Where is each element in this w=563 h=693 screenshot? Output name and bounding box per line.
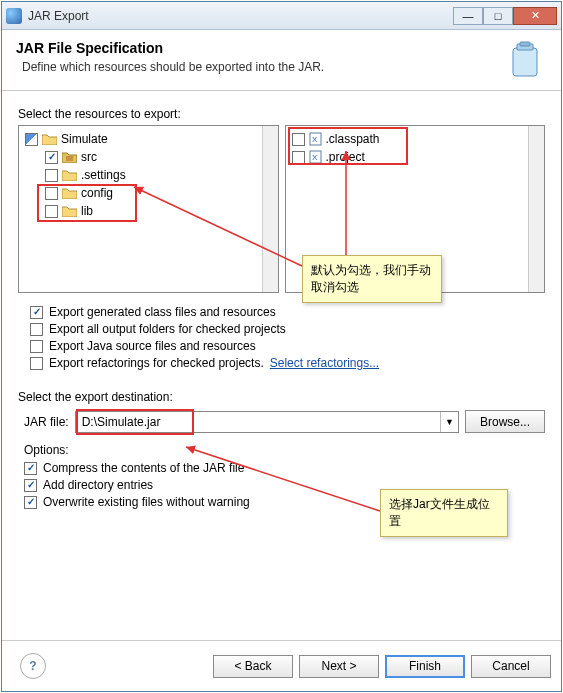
checkbox[interactable] <box>24 496 37 509</box>
opt-compress[interactable]: Compress the contents of the JAR file <box>24 461 545 475</box>
folder-icon <box>62 169 77 181</box>
dialog-footer: ? < Back Next > Finish Cancel <box>2 640 561 691</box>
checkbox[interactable] <box>45 205 58 218</box>
tree-item-settings[interactable]: .settings <box>23 166 274 184</box>
svg-rect-3 <box>66 156 73 161</box>
maximize-button[interactable]: □ <box>483 7 513 25</box>
opt-label: Overwrite existing files without warning <box>43 495 250 509</box>
tree-label: src <box>81 150 97 164</box>
dropdown-icon[interactable]: ▼ <box>440 412 458 432</box>
opt-label: Export generated class files and resourc… <box>49 305 276 319</box>
folder-icon <box>62 205 77 217</box>
checkbox[interactable] <box>24 479 37 492</box>
jar-file-combo[interactable]: D:\Simulate.jar ▼ <box>75 411 459 433</box>
finish-button[interactable]: Finish <box>385 655 465 678</box>
minimize-button[interactable]: — <box>453 7 483 25</box>
jar-file-value: D:\Simulate.jar <box>76 415 440 429</box>
file-icon: X <box>309 150 322 164</box>
header-subtitle: Define which resources should be exporte… <box>22 60 497 74</box>
scrollbar[interactable] <box>262 126 278 292</box>
folder-icon <box>62 187 77 199</box>
checkbox[interactable] <box>292 133 305 146</box>
refactorings-link[interactable]: Select refactorings... <box>270 356 379 370</box>
opt-label: Export all output folders for checked pr… <box>49 322 286 336</box>
file-label: .classpath <box>326 132 380 146</box>
file-item-project[interactable]: X .project <box>290 148 541 166</box>
svg-rect-0 <box>513 48 537 76</box>
next-button[interactable]: Next > <box>299 655 379 678</box>
checkbox[interactable] <box>25 133 38 146</box>
close-button[interactable]: ✕ <box>513 7 557 25</box>
opt-export-java-source[interactable]: Export Java source files and resources <box>30 339 545 353</box>
cancel-button[interactable]: Cancel <box>471 655 551 678</box>
opt-label: Export refactorings for checked projects… <box>49 356 264 370</box>
jar-file-label: JAR file: <box>24 415 69 429</box>
tree-label: lib <box>81 204 93 218</box>
svg-text:X: X <box>312 135 318 144</box>
window-titlebar: JAR Export — □ ✕ <box>2 2 561 30</box>
window-title: JAR Export <box>28 9 453 23</box>
checkbox[interactable] <box>45 151 58 164</box>
app-icon <box>6 8 22 24</box>
header-title: JAR File Specification <box>16 40 497 56</box>
checkbox[interactable] <box>45 187 58 200</box>
tree-item-config[interactable]: config <box>23 184 274 202</box>
options-label: Options: <box>24 443 545 457</box>
opt-label: Compress the contents of the JAR file <box>43 461 244 475</box>
resource-tree-pane[interactable]: Simulate src .settings <box>18 125 279 293</box>
scrollbar[interactable] <box>528 126 544 292</box>
opt-export-generated[interactable]: Export generated class files and resourc… <box>30 305 545 319</box>
checkbox[interactable] <box>292 151 305 164</box>
package-folder-icon <box>62 151 77 163</box>
back-button[interactable]: < Back <box>213 655 293 678</box>
dest-label: Select the export destination: <box>18 390 551 404</box>
checkbox[interactable] <box>30 306 43 319</box>
resources-label: Select the resources to export: <box>18 107 551 121</box>
tree-item-lib[interactable]: lib <box>23 202 274 220</box>
tree-label: Simulate <box>61 132 108 146</box>
dialog-header: JAR File Specification Define which reso… <box>2 30 561 91</box>
opt-label: Export Java source files and resources <box>49 339 256 353</box>
opt-label: Add directory entries <box>43 478 153 492</box>
tree-label: .settings <box>81 168 126 182</box>
tree-label: config <box>81 186 113 200</box>
checkbox[interactable] <box>30 340 43 353</box>
tooltip-dest: 选择Jar文件生成位置 <box>380 489 508 537</box>
checkbox[interactable] <box>30 323 43 336</box>
project-icon <box>42 133 57 145</box>
checkbox[interactable] <box>45 169 58 182</box>
opt-export-refactorings[interactable]: Export refactorings for checked projects… <box>30 356 545 370</box>
checkbox[interactable] <box>30 357 43 370</box>
file-item-classpath[interactable]: X .classpath <box>290 130 541 148</box>
jar-icon <box>507 40 543 80</box>
checkbox[interactable] <box>24 462 37 475</box>
browse-button[interactable]: Browse... <box>465 410 545 433</box>
opt-export-all-output[interactable]: Export all output folders for checked pr… <box>30 322 545 336</box>
file-label: .project <box>326 150 365 164</box>
svg-text:X: X <box>312 153 318 162</box>
tooltip-uncheck: 默认为勾选，我们手动取消勾选 <box>302 255 442 303</box>
help-button[interactable]: ? <box>20 653 46 679</box>
svg-rect-2 <box>520 42 530 46</box>
tree-item-src[interactable]: src <box>23 148 274 166</box>
tree-root[interactable]: Simulate <box>23 130 274 148</box>
file-icon: X <box>309 132 322 146</box>
